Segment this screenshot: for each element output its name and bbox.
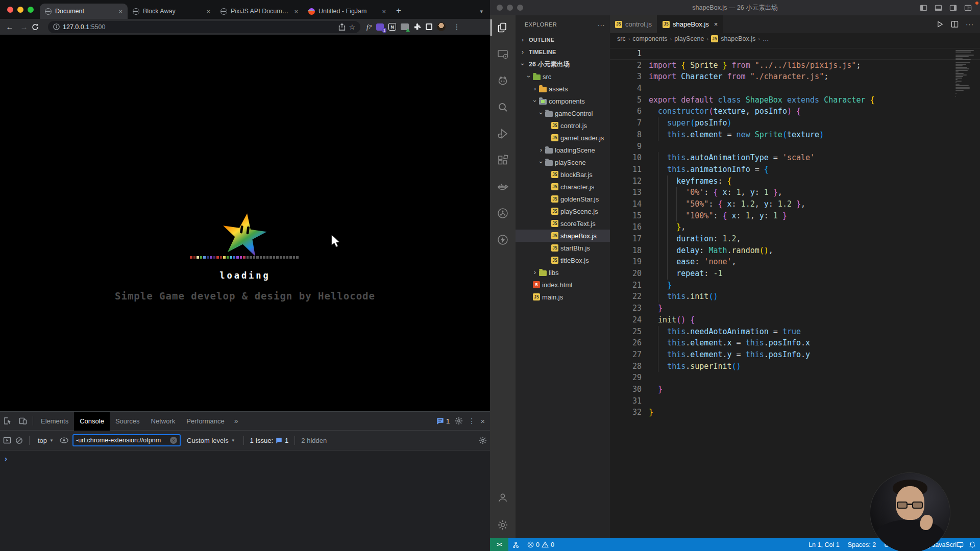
devtools-tab-performance[interactable]: Performance bbox=[181, 412, 230, 431]
tree-item[interactable]: JScontrol.js bbox=[516, 119, 610, 132]
problems-status[interactable]: 0 0 bbox=[523, 541, 558, 548]
devtools-menu-icon[interactable]: ⋮ bbox=[468, 417, 475, 425]
address-bar[interactable]: 127.0.0.1:5500 ☆ bbox=[48, 21, 360, 33]
tree-item[interactable]: JSgoldenStar.js bbox=[516, 193, 610, 205]
extension-capture-icon[interactable] bbox=[401, 23, 409, 30]
customize-layout-icon[interactable] bbox=[964, 4, 972, 12]
tree-item[interactable]: JSshapeBox.js bbox=[516, 230, 610, 242]
tree-item[interactable]: JSplayScene.js bbox=[516, 205, 610, 217]
console-prompt[interactable]: › bbox=[0, 450, 490, 462]
breadcrumb-item[interactable]: src bbox=[617, 35, 626, 42]
extension-frame-icon[interactable] bbox=[426, 23, 432, 30]
code-line[interactable]: 12keyframes: { bbox=[610, 176, 980, 187]
close-tab-icon[interactable]: × bbox=[117, 8, 124, 15]
status-item[interactable]: Ln 1, Col 1 bbox=[808, 541, 839, 548]
toggle-secondary-sidebar-icon[interactable] bbox=[949, 4, 957, 12]
console-settings-icon[interactable] bbox=[479, 436, 487, 444]
bookmark-star-icon[interactable]: ☆ bbox=[349, 23, 355, 31]
code-line[interactable]: 4 bbox=[610, 83, 980, 94]
tree-item[interactable]: ›src bbox=[516, 70, 610, 83]
docker-activity-icon[interactable] bbox=[491, 179, 514, 195]
explorer-more-actions-icon[interactable]: ··· bbox=[598, 21, 605, 29]
reload-button[interactable] bbox=[32, 23, 45, 31]
status-item[interactable]: Spaces: 2 bbox=[848, 541, 876, 548]
bell-icon[interactable] bbox=[969, 541, 976, 548]
window-controls[interactable] bbox=[0, 0, 40, 19]
code-line[interactable]: 32} bbox=[610, 407, 980, 418]
tree-item[interactable]: ›gameControl bbox=[516, 107, 610, 119]
breadcrumbs[interactable]: src›components›playScene›JSshapeBox.js›… bbox=[610, 33, 980, 44]
code-line[interactable]: 11this.animationInfo = { bbox=[610, 164, 980, 176]
log-levels-selector[interactable]: Custom levels▼ bbox=[185, 437, 237, 444]
close-tab-icon[interactable]: × bbox=[293, 8, 299, 15]
copilot-activity-icon[interactable] bbox=[491, 72, 514, 89]
clear-console-icon[interactable] bbox=[15, 437, 23, 444]
profile-avatar[interactable] bbox=[437, 22, 446, 31]
browser-menu-icon[interactable]: ⋮ bbox=[450, 23, 463, 31]
devtools-close-icon[interactable]: × bbox=[480, 417, 485, 425]
source-control-status[interactable] bbox=[508, 541, 523, 548]
code-line[interactable]: 26this.element.x = this.posInfo.x bbox=[610, 337, 980, 349]
back-button[interactable]: ← bbox=[3, 22, 16, 31]
devtools-tab-elements[interactable]: Elements bbox=[35, 412, 74, 431]
extensions-puzzle-icon[interactable] bbox=[413, 23, 421, 31]
browser-tab[interactable]: Untitled - FigJam× bbox=[303, 4, 391, 19]
code-line[interactable]: 30} bbox=[610, 384, 980, 395]
browser-tab[interactable]: Block Away× bbox=[128, 4, 215, 19]
browser-tab[interactable]: Document× bbox=[40, 4, 128, 19]
tree-item[interactable]: ›26 小元素出场 bbox=[516, 58, 610, 70]
code-line[interactable]: 29 bbox=[610, 372, 980, 384]
breadcrumb-item[interactable]: playScene bbox=[674, 35, 704, 42]
thunder-client-activity-icon[interactable] bbox=[491, 232, 514, 248]
tree-item[interactable]: ›components bbox=[516, 95, 610, 107]
minimap[interactable] bbox=[955, 48, 974, 97]
sidebar-section-timeline[interactable]: ›TIMELINE bbox=[516, 46, 610, 58]
manage-gear-icon[interactable] bbox=[491, 517, 514, 533]
editor-tab[interactable]: JSshapeBox.js× bbox=[657, 15, 723, 33]
tree-item[interactable]: JSblockBar.js bbox=[516, 168, 610, 181]
search-activity-icon[interactable] bbox=[491, 99, 514, 115]
tree-item[interactable]: ›libs bbox=[516, 266, 610, 279]
editor-more-actions-icon[interactable]: ··· bbox=[966, 20, 974, 28]
code-line[interactable]: 23} bbox=[610, 303, 980, 314]
code-line[interactable]: 31 bbox=[610, 395, 980, 407]
tree-item[interactable]: JStitleBox.js bbox=[516, 254, 610, 266]
extensions-activity-icon[interactable] bbox=[491, 152, 514, 168]
code-line[interactable]: 8this.element = new Sprite(texture) bbox=[610, 129, 980, 141]
close-tab-icon[interactable]: × bbox=[205, 8, 211, 15]
code-line[interactable]: 13'0%': { x: 1, y: 1 }, bbox=[610, 187, 980, 198]
breadcrumb-item[interactable]: … bbox=[763, 35, 769, 42]
extension-notion-icon[interactable]: N bbox=[388, 23, 396, 31]
tree-item[interactable]: JSmain.js bbox=[516, 291, 610, 303]
console-sidebar-icon[interactable] bbox=[3, 436, 11, 444]
explorer-activity-icon[interactable] bbox=[491, 19, 514, 36]
breadcrumb-item[interactable]: components bbox=[632, 35, 667, 42]
code-line[interactable]: 28this.superInit() bbox=[610, 361, 980, 372]
split-editor-icon[interactable] bbox=[951, 20, 959, 28]
tree-item[interactable]: ›loadingScene bbox=[516, 144, 610, 156]
code-line[interactable]: 6constructor(texture, posInfo) { bbox=[610, 106, 980, 117]
code-editor[interactable]: 12import { Sprite } from "../../libs/pix… bbox=[610, 44, 980, 538]
tree-item[interactable]: JSstartBtn.js bbox=[516, 242, 610, 254]
console-output[interactable]: › bbox=[0, 450, 490, 550]
code-line[interactable]: 24init() { bbox=[610, 314, 980, 326]
site-info-icon[interactable] bbox=[53, 23, 60, 30]
code-line[interactable]: 2import { Sprite } from "../../libs/pixi… bbox=[610, 60, 980, 71]
devtools-tab-sources[interactable]: Sources bbox=[110, 412, 145, 431]
code-line[interactable]: 16}, bbox=[610, 221, 980, 233]
extension-clipper-icon[interactable]: 1 bbox=[376, 23, 384, 31]
device-toolbar-icon[interactable] bbox=[15, 417, 31, 425]
forward-button[interactable]: → bbox=[17, 22, 31, 31]
inspect-element-icon[interactable] bbox=[0, 417, 15, 425]
devtools-messages-button[interactable]: 1 bbox=[436, 417, 450, 425]
code-line[interactable]: 19ease: 'none', bbox=[610, 256, 980, 268]
more-tabs-icon[interactable]: » bbox=[230, 417, 242, 425]
breadcrumb-item[interactable]: shapeBox.js bbox=[721, 35, 755, 42]
close-window-button[interactable] bbox=[7, 7, 13, 13]
close-editor-tab-icon[interactable]: × bbox=[714, 20, 718, 28]
code-line[interactable]: 17duration: 1.2, bbox=[610, 233, 980, 245]
live-server-activity-icon[interactable] bbox=[491, 46, 514, 62]
tree-item[interactable]: JSgameLoader.js bbox=[516, 132, 610, 144]
zoom-window-button[interactable] bbox=[28, 7, 34, 13]
code-line[interactable]: 20repeat: -1 bbox=[610, 268, 980, 280]
